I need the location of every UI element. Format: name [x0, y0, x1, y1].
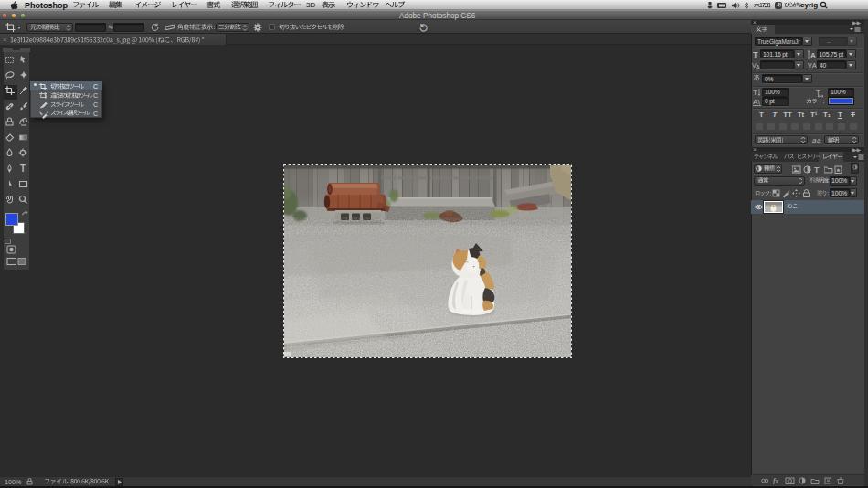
svg-text:A: A — [753, 98, 758, 106]
svg-text:A: A — [810, 51, 816, 59]
svg-text:fx: fx — [773, 477, 778, 484]
svg-text:T: T — [814, 165, 820, 175]
svg-text:T: T — [753, 50, 758, 59]
svg-text:T: T — [20, 164, 26, 174]
svg-text:T: T — [753, 89, 757, 97]
